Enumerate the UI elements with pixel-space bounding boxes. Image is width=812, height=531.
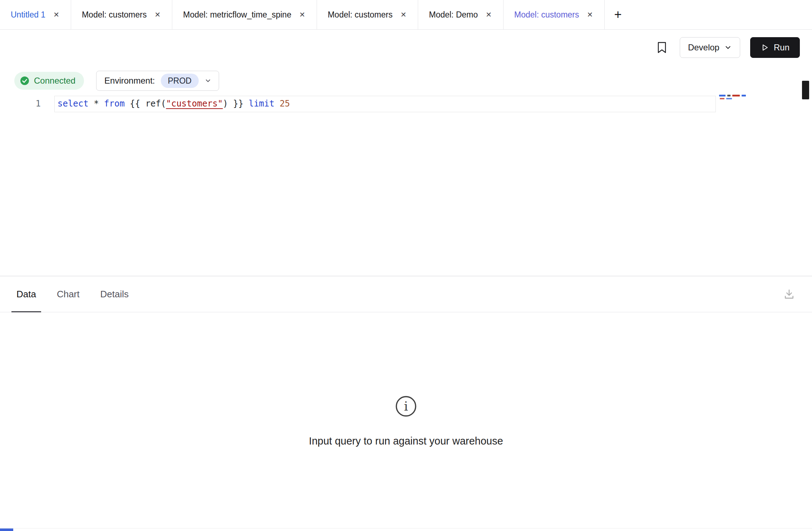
tab-model-metricflow-time-spine[interactable]: Model: metricflow_time_spine ✕: [172, 0, 317, 29]
minimap-mark: [726, 98, 732, 99]
tab-label: Model: metricflow_time_spine: [183, 10, 291, 20]
connection-status-badge: Connected: [14, 72, 84, 90]
line-number: 1: [28, 99, 41, 109]
code-line[interactable]: select * from {{ ref("customers") }} lim…: [58, 99, 290, 109]
minimap-mark: [732, 95, 740, 96]
tab-label: Model: Demo: [429, 10, 478, 20]
results-tab-bar: Data Chart Details: [0, 276, 812, 312]
tab-label: Model: customers: [514, 10, 579, 20]
editor-scrollbar-thumb[interactable]: [802, 81, 809, 99]
tab-label: Untitled 1: [11, 10, 45, 20]
code-token: ref: [145, 99, 161, 109]
tab-details[interactable]: Details: [100, 276, 129, 312]
close-icon[interactable]: ✕: [298, 10, 306, 19]
new-tab-button[interactable]: +: [605, 0, 631, 29]
minimap-mark: [720, 98, 724, 99]
minimap-mark: [742, 95, 746, 96]
code-token: 25: [279, 99, 290, 109]
tab-model-customers-1[interactable]: Model: customers ✕: [71, 0, 172, 29]
svg-text:i: i: [404, 399, 408, 413]
environment-label: Environment:: [104, 76, 155, 86]
code-token: select: [58, 99, 94, 109]
chevron-down-icon: [204, 77, 212, 84]
connection-status-label: Connected: [34, 76, 75, 86]
code-token: from: [104, 99, 130, 109]
app-window: Untitled 1 ✕ Model: customers ✕ Model: m…: [0, 0, 812, 531]
tab-label: Model: customers: [82, 10, 147, 20]
code-token: limit: [249, 99, 280, 109]
minimap-mark: [719, 95, 726, 96]
bottom-divider: [0, 528, 812, 528]
check-circle-icon: [20, 76, 29, 85]
empty-state-message: Input query to run against your warehous…: [309, 435, 503, 447]
close-icon[interactable]: ✕: [586, 10, 594, 19]
chevron-down-icon: [724, 44, 732, 51]
tab-bar: Untitled 1 ✕ Model: customers ✕ Model: m…: [0, 0, 812, 30]
tab-model-demo[interactable]: Model: Demo ✕: [418, 0, 504, 29]
close-icon[interactable]: ✕: [400, 10, 407, 19]
tab-untitled-1[interactable]: Untitled 1 ✕: [0, 0, 71, 29]
bookmark-icon[interactable]: [654, 40, 670, 55]
environment-value-badge: PROD: [161, 74, 199, 88]
close-icon[interactable]: ✕: [485, 10, 492, 19]
editor-minimap: [719, 95, 755, 103]
develop-button-label: Develop: [688, 43, 719, 53]
tab-label: Model: customers: [328, 10, 393, 20]
run-button-label: Run: [774, 43, 789, 53]
code-token: "customers": [166, 99, 223, 109]
status-bar-edge: [0, 528, 13, 531]
close-icon[interactable]: ✕: [154, 10, 161, 19]
tab-chart[interactable]: Chart: [57, 276, 80, 312]
run-button[interactable]: Run: [750, 37, 800, 58]
environment-selector[interactable]: Environment: PROD: [96, 71, 219, 91]
code-token: ): [223, 99, 228, 109]
download-icon[interactable]: [781, 286, 797, 302]
close-icon[interactable]: ✕: [53, 10, 60, 19]
minimap-mark: [727, 95, 731, 96]
code-token: }}: [228, 99, 249, 109]
code-token: *: [94, 99, 104, 109]
code-token: {{: [130, 99, 145, 109]
tab-model-customers-2[interactable]: Model: customers ✕: [317, 0, 418, 29]
toolbar: Develop Run: [0, 30, 812, 65]
develop-button[interactable]: Develop: [680, 37, 740, 58]
tab-data[interactable]: Data: [16, 276, 36, 312]
tab-model-customers-3[interactable]: Model: customers ✕: [504, 0, 605, 29]
info-icon: i: [395, 395, 417, 417]
play-icon: [761, 43, 769, 52]
sql-editor[interactable]: 1 select * from {{ ref("customers") }} l…: [0, 91, 812, 276]
code-token: (: [161, 99, 166, 109]
status-row: Connected Environment: PROD: [14, 70, 219, 91]
results-empty-state: i Input query to run against your wareho…: [0, 312, 812, 527]
